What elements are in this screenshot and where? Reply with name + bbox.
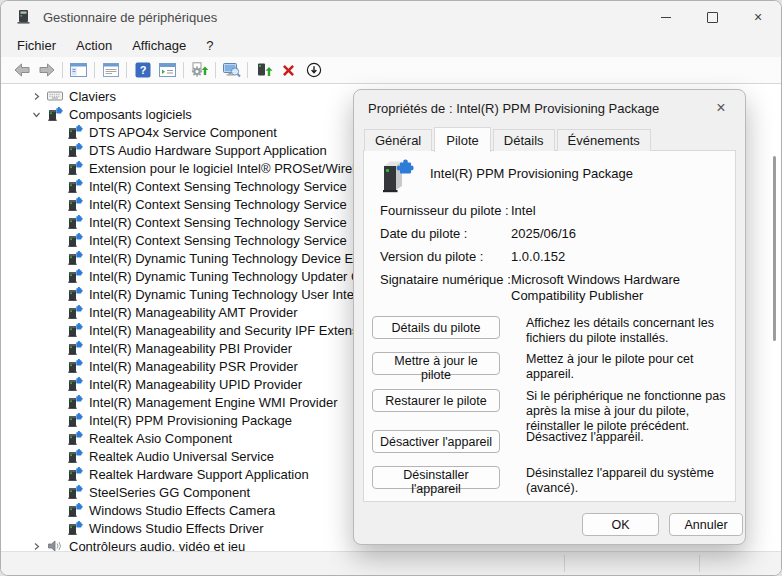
component-icon xyxy=(67,197,83,212)
menu-item-affichage[interactable]: Affichage xyxy=(122,35,196,56)
roll-back-driver-button[interactable]: Restaurer le pilote xyxy=(372,389,500,412)
scan-hardware-changes-icon[interactable] xyxy=(219,59,244,81)
forward-icon[interactable] xyxy=(34,59,59,81)
component-icon xyxy=(67,233,83,248)
tree-item-label: Contrôleurs audio, vidéo et jeu xyxy=(69,539,245,553)
tree-item-label: SteelSeries GG Component xyxy=(89,485,250,500)
tab-details[interactable]: Détails xyxy=(493,129,555,151)
properties-icon[interactable] xyxy=(98,59,123,81)
tree-item-label: Realtek Audio Universal Service xyxy=(89,449,274,464)
cancel-button[interactable]: Annuler xyxy=(669,513,743,536)
chevron-right-icon[interactable] xyxy=(29,542,43,551)
toolbar-separator xyxy=(183,62,184,78)
field-value: Microsoft Windows Hardware Compatibility… xyxy=(511,272,729,304)
disable-device-icon[interactable] xyxy=(301,59,326,81)
back-icon[interactable] xyxy=(9,59,34,81)
toolbar-separator xyxy=(126,62,127,78)
app-icon xyxy=(15,9,33,25)
component-icon xyxy=(67,359,83,374)
driver-tab-page: Intel(R) PPM Provisioning Package Fourni… xyxy=(363,150,736,502)
action-description: Si le périphérique ne fonctionne pas apr… xyxy=(526,389,731,434)
tree-item-label: Windows Studio Effects Driver xyxy=(89,521,264,536)
component-icon xyxy=(67,251,83,266)
component-icon xyxy=(67,503,83,518)
component-icon xyxy=(67,269,83,284)
maximize-button[interactable] xyxy=(689,1,735,33)
field-label: Fournisseur du pilote : xyxy=(380,203,511,219)
status-bar xyxy=(1,551,781,575)
driver-field-row: Version du pilote :1.0.0.152 xyxy=(380,249,729,265)
driver-field-row: Signataire numérique :Microsoft Windows … xyxy=(380,272,729,304)
show-console-tree-icon[interactable] xyxy=(66,59,91,81)
component-icon xyxy=(67,395,83,410)
component-icon xyxy=(67,125,83,140)
component-icon xyxy=(67,485,83,500)
tree-item-label: Intel(R) Context Sensing Technology Serv… xyxy=(89,197,347,212)
driver-fields: Fournisseur du pilote :IntelDate du pilo… xyxy=(380,203,729,311)
component-icon xyxy=(67,323,83,338)
disable-device-button[interactable]: Désactiver l'appareil xyxy=(372,430,500,453)
close-button[interactable]: × xyxy=(735,1,781,33)
tree-item-label: DTS APO4x Service Component xyxy=(89,125,277,140)
field-value: Intel xyxy=(511,203,729,219)
tree-item-label: Intel(R) PPM Provisioning Package xyxy=(89,413,292,428)
tab-general[interactable]: Général xyxy=(364,129,432,151)
tab-pilote[interactable]: Pilote xyxy=(434,127,491,152)
action-description: Mettez à jour le pilote pour cet apparei… xyxy=(526,352,731,382)
action-description: Affichez les détails concernant les fich… xyxy=(526,316,731,346)
tree-item-label: Intel(R) Management Engine WMI Provider xyxy=(89,395,338,410)
uninstall-device-button[interactable]: Désinstaller l'appareil xyxy=(372,466,500,489)
properties-dialog: Propriétés de : Intel(R) PPM Provisionin… xyxy=(353,89,746,545)
component-icon xyxy=(67,179,83,194)
minimize-button[interactable] xyxy=(643,1,689,33)
status-bar-divider xyxy=(699,555,700,572)
svg-text:?: ? xyxy=(139,64,146,76)
update-driver-icon[interactable] xyxy=(251,59,276,81)
tree-item-label: Realtek Hardware Support Application xyxy=(89,467,309,482)
component-icon xyxy=(67,449,83,464)
tree-item-label: Intel(R) Manageability PSR Provider xyxy=(89,359,298,374)
tree-item-label: Windows Studio Effects Camera xyxy=(89,503,275,518)
update-driver-software-icon[interactable] xyxy=(187,59,212,81)
component-icon xyxy=(67,215,83,230)
action-pane-icon[interactable] xyxy=(155,59,180,81)
toolbar-separator xyxy=(247,62,248,78)
window-title: Gestionnaire de périphériques xyxy=(43,10,217,25)
component-icon xyxy=(67,161,83,176)
tab-evenements[interactable]: Événements xyxy=(557,129,651,151)
driver-details-button[interactable]: Détails du pilote xyxy=(372,316,500,339)
device-manager-window: Gestionnaire de périphériques × FichierA… xyxy=(0,0,782,576)
chevron-right-icon[interactable] xyxy=(29,92,43,101)
toolbar: ? xyxy=(1,57,781,84)
uninstall-device-icon[interactable] xyxy=(276,59,301,81)
window-controls: × xyxy=(643,1,781,33)
driver-action-row: Désinstaller l'appareilDésinstallez l'ap… xyxy=(372,466,731,496)
help-icon[interactable]: ? xyxy=(130,59,155,81)
tree-item-label: Intel(R) Manageability UPID Provider xyxy=(89,377,302,392)
field-label: Date du pilote : xyxy=(380,226,511,242)
field-value: 2025/06/16 xyxy=(511,226,729,242)
title-bar: Gestionnaire de périphériques × xyxy=(1,1,781,33)
menu-item-fichier[interactable]: Fichier xyxy=(7,35,66,56)
update-driver-button[interactable]: Mettre à jour le pilote xyxy=(372,352,500,375)
menu-item-action[interactable]: Action xyxy=(66,35,122,56)
ok-button[interactable]: OK xyxy=(582,513,659,536)
tree-item-label: Realtek Asio Component xyxy=(89,431,232,446)
tree-scrollbar[interactable] xyxy=(771,84,779,552)
component-icon xyxy=(67,143,83,158)
component-icon xyxy=(67,377,83,392)
tree-item-label: Intel(R) Context Sensing Technology Serv… xyxy=(89,233,347,248)
dialog-tabs: GénéralPiloteDétailsÉvénements xyxy=(364,127,653,151)
component-icon xyxy=(47,107,63,122)
menu-bar: FichierActionAffichage? xyxy=(1,33,781,57)
chevron-down-icon[interactable] xyxy=(29,110,43,119)
component-icon xyxy=(67,467,83,482)
status-bar-divider xyxy=(564,555,565,572)
menu-item-aide[interactable]: ? xyxy=(196,35,223,56)
driver-action-row: Détails du piloteAffichez les détails co… xyxy=(372,316,731,346)
dialog-close-icon[interactable]: × xyxy=(709,99,733,117)
scrollbar-thumb[interactable] xyxy=(773,156,776,341)
keyboard-icon xyxy=(47,90,63,102)
component-icon xyxy=(67,305,83,320)
toolbar-separator xyxy=(215,62,216,78)
